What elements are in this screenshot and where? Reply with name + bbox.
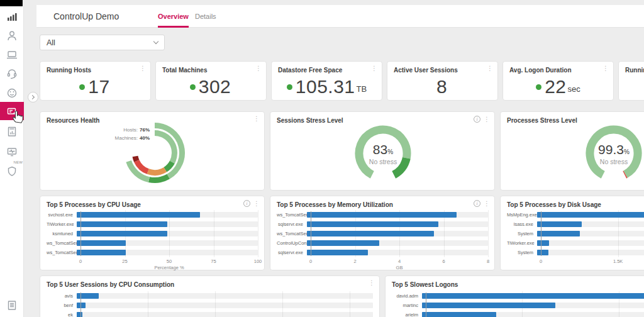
memory-utilization-bar-chart: ws_TomcatSer...sqlservr.exews_TomcatSer.… [277, 210, 488, 269]
info-icon[interactable]: i [474, 200, 480, 207]
gauge-status: No stress [352, 158, 414, 165]
bar-fill [77, 240, 126, 246]
laptop-icon [6, 48, 18, 61]
kpi-unit: TB [357, 84, 367, 94]
axis-tick-label: 50 [167, 259, 172, 264]
page-title: ControlUp Demo [53, 11, 119, 21]
bar-label: ek [47, 312, 77, 317]
bar-label: System [507, 231, 537, 236]
user-sessions-cpu-bar-chart: avisbenfek [47, 291, 373, 317]
kebab-menu-icon[interactable]: ⋮ [140, 65, 146, 72]
cpu-usage-chart-card: Top 5 Processes by CPU Usage i ⋮ svchost… [40, 196, 265, 270]
sidebar-item-stats[interactable] [0, 8, 24, 26]
bar-track [537, 212, 644, 218]
bar-label: svchost.exe [47, 212, 77, 218]
gauge-value: 83 [373, 142, 387, 157]
sidebar-item-users[interactable] [0, 26, 24, 45]
sidebar-item-notes[interactable] [0, 296, 24, 314]
bar-track [77, 293, 373, 299]
gauge-unit: % [624, 148, 630, 155]
tab-details[interactable]: Details [195, 13, 216, 26]
kebab-menu-icon[interactable]: ⋮ [253, 201, 260, 207]
bar-track [537, 250, 644, 255]
card-title: Sessions Stress Level [277, 117, 343, 124]
sidebar-item-support[interactable] [0, 64, 24, 83]
kpi-unit: sec [568, 84, 580, 94]
bar-label: martinc [392, 303, 422, 308]
sidebar-item-security[interactable]: NEW [0, 162, 24, 181]
sidebar-expand-button[interactable] [28, 92, 38, 103]
bar-track [537, 240, 644, 246]
bar-row: ws_TomcatSer... [277, 229, 488, 238]
bar-fill [307, 212, 457, 218]
bar-fill [537, 212, 644, 218]
monitor-pulse-icon [6, 145, 18, 158]
kebab-menu-icon[interactable]: ⋮ [371, 65, 377, 72]
window-corner [0, 0, 23, 6]
bar-label: TiWorker.exe [47, 221, 77, 227]
axis-title: GB [396, 265, 403, 270]
kebab-menu-icon[interactable]: ⋮ [255, 65, 262, 72]
user-sessions-cpu-chart-card: Top 5 User Sessions by CPU Consumption ⋮… [40, 275, 380, 317]
kpi-card-avg-logon-duration: Avg. Logon Duration ⋮ 22sec [502, 61, 614, 101]
gridline [488, 210, 489, 257]
bar-fill [422, 312, 496, 317]
bar-fill [537, 250, 548, 255]
card-title: Resources Health [47, 117, 99, 124]
bar-track [422, 303, 644, 308]
bar-fill [307, 231, 434, 236]
bar-row: ws_TomcatSer... [47, 238, 258, 248]
bar-track [77, 240, 258, 246]
bar-track [77, 250, 258, 255]
tab-overview[interactable]: Overview [158, 13, 189, 28]
bar-label: david.adm [392, 293, 422, 299]
bar-label: MsMpEng.exe [507, 212, 537, 218]
kpi-title: Active User Sessions [394, 67, 458, 74]
card-title: Processes Stress Level [507, 117, 577, 124]
bar-track [77, 312, 373, 317]
sidebar-item-monitoring[interactable] [0, 142, 24, 161]
kebab-menu-icon[interactable]: ⋮ [487, 65, 493, 72]
sidebar-item-reports[interactable] [0, 122, 24, 141]
bar-label: arielm [392, 312, 422, 317]
bar-fill [422, 293, 644, 299]
hand-cursor [11, 108, 26, 124]
bar-fill [77, 231, 167, 236]
kebab-menu-icon[interactable]: ⋮ [484, 201, 490, 207]
gauge-readout: 99.3% No stress [582, 142, 644, 165]
kebab-menu-icon[interactable]: ⋮ [484, 116, 490, 123]
status-dot [287, 84, 292, 90]
axis-tick-label: 8 [487, 259, 489, 264]
notes-icon [6, 299, 18, 311]
bar-track [537, 231, 644, 236]
scope-filter-dropdown[interactable]: All [40, 35, 165, 50]
bar-track [307, 212, 488, 218]
bar-row: TiWorker.exe [507, 238, 644, 248]
sidebar-item-experience[interactable] [0, 84, 24, 103]
bar-track [307, 231, 488, 236]
axis-tick-label: 75 [211, 259, 216, 264]
user-icon [6, 30, 18, 42]
sidebar: NEW [0, 0, 24, 317]
kpi-card-active-user-sessions: Active User Sessions ⋮ 8 [387, 61, 498, 101]
info-icon[interactable]: i [474, 116, 480, 123]
kebab-menu-icon[interactable]: ⋮ [369, 280, 375, 286]
bar-fill [422, 303, 555, 308]
disk-usage-chart-card: Top 5 Processes by Disk Usage MsMpEng.ex… [500, 196, 644, 270]
bar-label: ws_TomcatSer... [47, 240, 77, 246]
signal-bars-icon [6, 11, 18, 23]
memory-utilization-chart-card: Top 5 Processes by Memory Utilization i … [270, 196, 495, 270]
bar-row: ksmtuned [47, 229, 258, 238]
bar-row: System [507, 229, 644, 238]
bar-label: lsass.exe [507, 221, 537, 227]
kpi-row: Running Hosts ⋮ 17 Total Machines ⋮ 302 … [40, 61, 644, 101]
kebab-menu-icon[interactable]: ⋮ [602, 65, 609, 72]
bar-label: ws_TomcatSer... [277, 212, 307, 218]
bar-row: ws_TomcatSer... [47, 248, 258, 257]
bar-row: sqlservr.exe [277, 248, 488, 257]
bar-fill [77, 303, 86, 308]
sidebar-item-machines[interactable] [0, 45, 24, 64]
card-title: Top 5 Processes by CPU Usage [47, 201, 141, 208]
info-icon[interactable]: i [243, 200, 250, 207]
kebab-menu-icon[interactable]: ⋮ [253, 116, 260, 122]
